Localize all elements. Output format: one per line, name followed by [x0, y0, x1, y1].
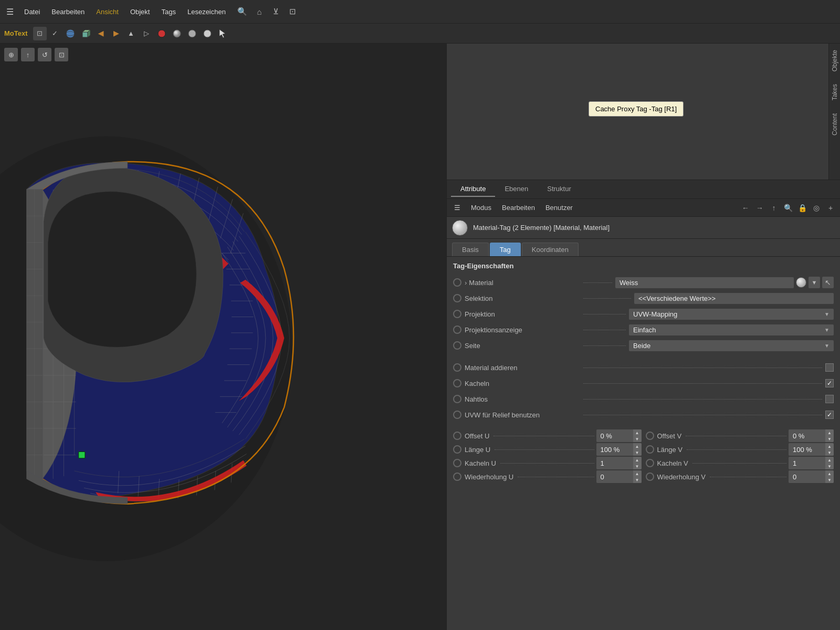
offset-v-radio[interactable] [646, 432, 654, 440]
kacheln-u-spinfield[interactable]: ▲ ▼ [596, 457, 642, 469]
kacheln-v-arrows[interactable]: ▲ ▼ [825, 457, 834, 469]
material-radio[interactable] [453, 278, 461, 287]
uvw-relief-checkbox[interactable] [825, 411, 834, 419]
projektion-dropdown[interactable]: UVW-Mapping ▼ [629, 309, 834, 320]
attr-bearbeiten-btn[interactable]: Bearbeiten [498, 202, 539, 213]
material-dropdown-btn[interactable]: ▼ [808, 277, 820, 288]
wiederholung-v-input[interactable] [789, 471, 825, 482]
offset-u-spinfield[interactable]: ▲ ▼ [596, 429, 642, 442]
search-icon[interactable]: 🔍 [235, 4, 250, 19]
viewport-up[interactable]: ↑ [21, 48, 35, 61]
menu-ansicht[interactable]: Ansicht [91, 6, 124, 18]
laenge-u-arrows[interactable]: ▲ ▼ [633, 443, 642, 456]
side-tab-content[interactable]: Content [830, 107, 840, 142]
tool-triangle-up[interactable]: ▲ [124, 27, 138, 40]
nav-up[interactable]: ↑ [768, 202, 780, 214]
projektionsanzeige-radio[interactable] [453, 326, 461, 334]
kacheln-u-down[interactable]: ▼ [633, 463, 642, 469]
offset-v-arrows[interactable]: ▲ ▼ [825, 429, 834, 442]
wiederholung-v-arrows[interactable]: ▲ ▼ [825, 470, 834, 483]
cursor-active-icon[interactable] [216, 27, 229, 40]
side-tab-objekte[interactable]: Objekte [830, 44, 840, 78]
menu-tags[interactable]: Tags [156, 6, 181, 18]
kacheln-v-spinfield[interactable]: ▲ ▼ [789, 457, 834, 469]
tool-select[interactable]: ⊡ [33, 27, 47, 40]
uvw-relief-radio[interactable] [453, 411, 461, 419]
offset-v-spinfield[interactable]: ▲ ▼ [789, 429, 834, 442]
viewport-fullscreen[interactable]: ⊡ [55, 48, 68, 61]
viewport-3d[interactable]: ⊕ ↑ ↺ ⊡ [0, 44, 446, 630]
wiederholung-u-arrows[interactable]: ▲ ▼ [633, 470, 642, 483]
laenge-u-down[interactable]: ▼ [633, 449, 642, 456]
home-icon[interactable]: ⌂ [252, 4, 267, 19]
tool-arrow-left[interactable]: ◀ [94, 27, 108, 40]
selektion-radio[interactable] [453, 294, 461, 302]
material-addieren-checkbox[interactable] [825, 363, 834, 372]
nav-search[interactable]: 🔍 [782, 202, 794, 214]
viewport-move[interactable]: ⊕ [4, 48, 18, 61]
tool-sphere-blue[interactable] [64, 27, 77, 40]
tool-arrow-right[interactable]: ▶ [109, 27, 123, 40]
selektion-input[interactable] [634, 293, 834, 304]
kacheln-radio[interactable] [453, 379, 461, 387]
offset-u-up[interactable]: ▲ [633, 429, 642, 436]
offset-u-down[interactable]: ▼ [633, 436, 642, 442]
laenge-v-up[interactable]: ▲ [825, 443, 834, 449]
wiederholung-v-radio[interactable] [646, 472, 654, 481]
kacheln-v-down[interactable]: ▼ [825, 463, 834, 469]
record-icon[interactable]: ⊡ [286, 4, 300, 19]
attr-menu-icon[interactable]: ☰ [450, 202, 465, 213]
wiederholung-u-input[interactable] [596, 471, 633, 482]
nahtlos-checkbox[interactable] [825, 395, 834, 403]
laenge-u-up[interactable]: ▲ [633, 443, 642, 449]
wiederholung-u-up[interactable]: ▲ [633, 470, 642, 477]
attr-modus-btn[interactable]: Modus [467, 202, 496, 213]
kacheln-u-arrows[interactable]: ▲ ▼ [633, 457, 642, 469]
laenge-v-input[interactable] [789, 444, 825, 455]
laenge-v-arrows[interactable]: ▲ ▼ [825, 443, 834, 456]
kacheln-u-up[interactable]: ▲ [633, 457, 642, 463]
projektionsanzeige-dropdown[interactable]: Einfach ▼ [629, 324, 834, 335]
menu-objekt[interactable]: Objekt [125, 6, 155, 18]
attr-benutzer-btn[interactable]: Benutzer [541, 202, 577, 213]
nav-back[interactable]: ← [739, 202, 752, 214]
material-input[interactable] [615, 277, 794, 288]
kacheln-checkbox[interactable] [825, 379, 834, 387]
kacheln-u-radio[interactable] [453, 459, 461, 467]
material-cursor-btn[interactable]: ↖ [822, 277, 834, 288]
material-addieren-radio[interactable] [453, 363, 461, 372]
kacheln-v-up[interactable]: ▲ [825, 457, 834, 463]
laenge-v-spinfield[interactable]: ▲ ▼ [789, 443, 834, 456]
offset-u-arrows[interactable]: ▲ ▼ [633, 429, 642, 442]
kacheln-v-radio[interactable] [646, 459, 654, 467]
seite-radio[interactable] [453, 341, 461, 350]
laenge-v-radio[interactable] [646, 445, 654, 454]
menu-datei[interactable]: Datei [19, 6, 45, 18]
nav-add[interactable]: + [824, 202, 837, 214]
tool-triangle-right[interactable]: ▷ [140, 27, 153, 40]
kacheln-v-input[interactable] [789, 458, 825, 469]
tab-ebenen[interactable]: Ebenen [495, 182, 538, 197]
tool-circle-light[interactable] [201, 27, 214, 40]
laenge-v-down[interactable]: ▼ [825, 449, 834, 456]
tab-attribute[interactable]: Attribute [451, 182, 495, 197]
offset-u-radio[interactable] [453, 432, 461, 440]
laenge-u-spinfield[interactable]: ▲ ▼ [596, 443, 642, 456]
nav-lock[interactable]: 🔒 [796, 202, 808, 214]
viewport-canvas[interactable] [0, 44, 446, 630]
filter-icon[interactable]: ⊻ [269, 4, 284, 19]
wiederholung-u-spinfield[interactable]: ▲ ▼ [596, 470, 642, 483]
kacheln-u-input[interactable] [596, 458, 633, 469]
wiederholung-u-down[interactable]: ▼ [633, 477, 642, 483]
wiederholung-v-down[interactable]: ▼ [825, 477, 834, 483]
viewport-rotate[interactable]: ↺ [38, 48, 51, 61]
nav-forward[interactable]: → [753, 202, 766, 214]
offset-u-input[interactable] [596, 430, 633, 442]
projektion-radio[interactable] [453, 310, 461, 318]
side-tab-takes[interactable]: Takes [830, 78, 840, 107]
tool-sphere-white[interactable] [170, 27, 184, 40]
hamburger-icon[interactable]: ☰ [4, 6, 16, 17]
sub-tab-koordinaten[interactable]: Koordinaten [522, 243, 579, 256]
menu-bearbeiten[interactable]: Bearbeiten [46, 6, 90, 18]
tab-struktur[interactable]: Struktur [538, 182, 581, 197]
